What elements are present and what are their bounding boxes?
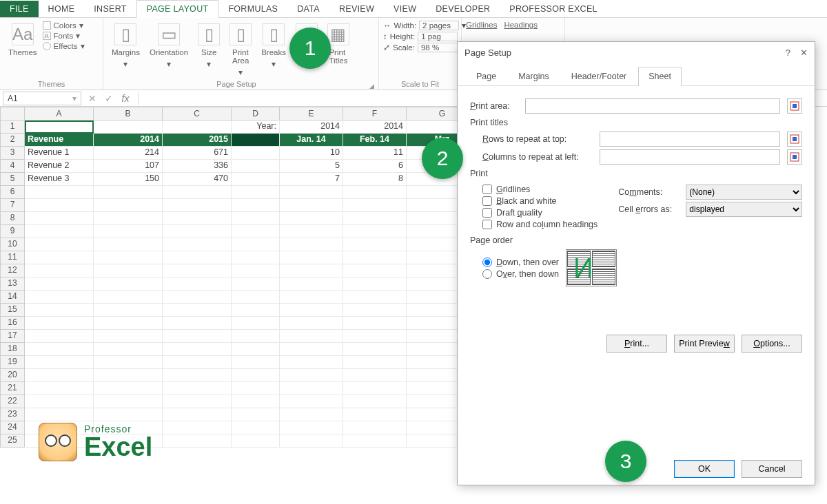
cell[interactable]: [163, 186, 232, 199]
cell[interactable]: [163, 304, 232, 317]
cell[interactable]: Revenue 2: [25, 160, 94, 173]
cell[interactable]: [163, 238, 232, 251]
cell[interactable]: [163, 291, 232, 304]
cell[interactable]: [280, 369, 343, 382]
cell[interactable]: [94, 120, 163, 134]
row-header[interactable]: 16: [0, 317, 25, 330]
col-header[interactable]: F: [343, 107, 407, 120]
row-header[interactable]: 17: [0, 330, 25, 343]
row-header[interactable]: 19: [0, 356, 25, 369]
cell[interactable]: [232, 421, 280, 434]
rows-repeat-range-button[interactable]: [787, 132, 802, 147]
cell[interactable]: [94, 382, 163, 395]
cell[interactable]: [343, 356, 407, 369]
cell[interactable]: [163, 251, 232, 264]
fonts-button[interactable]: AFonts ▾: [43, 31, 85, 41]
cell[interactable]: [280, 343, 343, 356]
comments-select[interactable]: (None): [686, 185, 802, 200]
cell[interactable]: [343, 238, 407, 251]
cell[interactable]: [25, 225, 94, 238]
row-header[interactable]: 25: [0, 434, 25, 448]
cell[interactable]: [343, 304, 407, 317]
tab-review[interactable]: REVIEW: [329, 1, 384, 17]
gridlines-checkbox[interactable]: [482, 185, 492, 194]
cell[interactable]: [25, 238, 94, 251]
cell[interactable]: [163, 199, 232, 212]
ok-button[interactable]: OK: [674, 460, 735, 478]
cell[interactable]: [280, 264, 343, 277]
cell[interactable]: [25, 277, 94, 291]
fx-icon[interactable]: fx: [117, 93, 134, 104]
cell[interactable]: 470: [163, 173, 232, 186]
cell[interactable]: [232, 382, 280, 395]
bw-checkbox[interactable]: [482, 196, 492, 206]
cell[interactable]: [94, 264, 163, 277]
col-header[interactable]: D: [232, 107, 280, 120]
cell[interactable]: [94, 251, 163, 264]
cell[interactable]: [94, 186, 163, 199]
cell[interactable]: 8: [343, 173, 407, 186]
cell[interactable]: 10: [280, 147, 343, 160]
cell[interactable]: [343, 330, 407, 343]
preview-button[interactable]: Print Preview: [674, 335, 735, 353]
cell[interactable]: [232, 173, 280, 186]
cell[interactable]: [94, 330, 163, 343]
cell[interactable]: [232, 264, 280, 277]
dialog-tab-sheet[interactable]: Sheet: [638, 67, 682, 86]
cell[interactable]: [232, 356, 280, 369]
col-header[interactable]: B: [94, 107, 163, 120]
cell[interactable]: 5: [280, 160, 343, 173]
size-button[interactable]: ▯Size▾: [194, 21, 224, 80]
cell[interactable]: [232, 212, 280, 225]
cell[interactable]: [280, 382, 343, 395]
tab-formulas[interactable]: FORMULAS: [218, 1, 287, 17]
cell[interactable]: [232, 291, 280, 304]
cell[interactable]: [280, 186, 343, 199]
cell[interactable]: 11: [343, 147, 407, 160]
cell[interactable]: [25, 369, 94, 382]
tab-insert[interactable]: INSERT: [84, 1, 136, 17]
cell[interactable]: [232, 434, 280, 448]
width-row[interactable]: ↔Width:2 pages▾: [383, 21, 466, 30]
cell[interactable]: [343, 382, 407, 395]
cell[interactable]: 214: [94, 147, 163, 160]
cell[interactable]: [94, 291, 163, 304]
help-icon[interactable]: ?: [786, 48, 790, 58]
cols-repeat-input[interactable]: [600, 149, 780, 165]
row-header[interactable]: 3: [0, 147, 25, 160]
row-header[interactable]: 20: [0, 369, 25, 382]
row-header[interactable]: 8: [0, 212, 25, 225]
tab-page-layout[interactable]: PAGE LAYOUT: [136, 0, 219, 18]
cell[interactable]: [163, 264, 232, 277]
down-over-radio[interactable]: [482, 258, 492, 267]
cell[interactable]: [343, 408, 407, 421]
breaks-button[interactable]: ▯Breaks▾: [257, 21, 290, 80]
draft-checkbox[interactable]: [482, 208, 492, 218]
cell[interactable]: [25, 264, 94, 277]
cell[interactable]: [280, 317, 343, 330]
row-header[interactable]: 9: [0, 225, 25, 238]
scale-row[interactable]: ⤢Scale:98 %: [383, 43, 466, 52]
cell[interactable]: Revenue: [25, 134, 94, 147]
cell[interactable]: [232, 225, 280, 238]
close-icon[interactable]: ✕: [800, 48, 808, 58]
cell[interactable]: [280, 199, 343, 212]
cell[interactable]: [280, 251, 343, 264]
options-button[interactable]: Options...: [742, 335, 802, 353]
cell[interactable]: [25, 291, 94, 304]
page-setup-launcher[interactable]: ◢: [365, 83, 374, 90]
rows-repeat-input[interactable]: [600, 132, 780, 147]
row-header[interactable]: 24: [0, 421, 25, 434]
cell[interactable]: [343, 434, 407, 448]
cell[interactable]: 6: [343, 160, 407, 173]
cell[interactable]: [232, 186, 280, 199]
cell[interactable]: [163, 434, 232, 448]
col-header[interactable]: E: [280, 107, 343, 120]
cell[interactable]: [25, 212, 94, 225]
print-area-range-button[interactable]: [787, 98, 802, 114]
cell[interactable]: Revenue 1: [25, 147, 94, 160]
cell[interactable]: [163, 330, 232, 343]
cell[interactable]: [280, 421, 343, 434]
themes-button[interactable]: Aa Themes: [4, 21, 41, 80]
cell[interactable]: [343, 395, 407, 408]
